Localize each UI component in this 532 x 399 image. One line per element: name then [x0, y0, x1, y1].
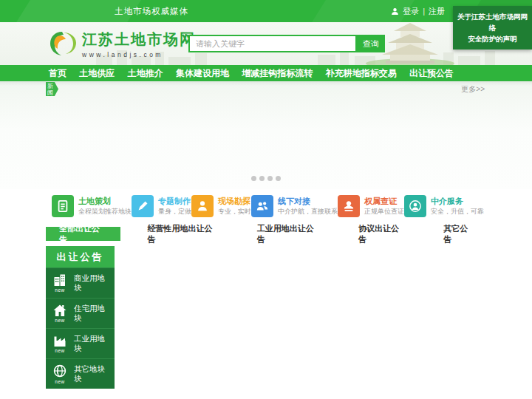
search-input[interactable] — [188, 35, 357, 52]
sidebar-item-label: 住宅用地块 — [74, 304, 108, 323]
document-icon — [52, 195, 74, 217]
building-icon — [52, 273, 67, 287]
search-bar: 查询 — [188, 35, 385, 52]
main-nav: 首页 土地供应 土地推介 集体建设用地 增减挂钩指标流转 补充耕地指标交易 出让… — [0, 65, 532, 81]
tab-other-announcements[interactable]: 其它公告 — [433, 227, 486, 241]
nav-item-home[interactable]: 首页 — [49, 67, 66, 80]
nav-item-pre-announcement[interactable]: 出让预公告 — [409, 67, 454, 80]
notice-line1: 关于江苏土地市场网网络 — [454, 11, 531, 33]
service-subtitle: 全程策划推荐地块 — [78, 208, 132, 216]
service-subtitle: 安全，升值，可靠 — [431, 208, 484, 216]
loading-dot — [276, 176, 281, 181]
tab-industrial-land[interactable]: 工业用地出让公告 — [247, 227, 332, 241]
sidebar: 出让公告 new 商业用地块 new 住宅用地块 — [46, 246, 115, 389]
agent-icon — [404, 195, 426, 217]
news-tag[interactable]: 新闻 — [46, 82, 58, 96]
site-logo[interactable]: 江苏土地市场网 www.landjs.com — [47, 29, 196, 58]
topbar: 土地市场权威媒体 登录 | 注册 — [0, 0, 532, 22]
service-subtitle: 专业，实时 — [218, 208, 251, 216]
site-url: www.landjs.com — [82, 51, 196, 58]
service-subtitle: 正规单位查证 — [364, 208, 404, 216]
site-tagline: 土地市场权威媒体 — [115, 0, 188, 22]
service-subtitle: 量身，定做 — [158, 208, 191, 216]
sidebar-item-label: 商业用地块 — [74, 273, 108, 293]
notice-line2: 安全防护的声明 — [454, 33, 531, 44]
service-agency[interactable]: 中介服务 安全，升值，可靠 — [404, 195, 484, 217]
service-title: 现场勘探 — [218, 197, 251, 206]
logo-swirl-icon — [47, 29, 77, 58]
new-badge: new — [55, 379, 64, 384]
tab-negotiated-transfer[interactable]: 协议出让公告 — [348, 227, 417, 241]
page: 土地市场权威媒体 登录 | 注册 关于江苏土地市场网网络 安全防护的声明 — [0, 0, 532, 399]
sidebar-item-residential-plots[interactable]: new 住宅用地块 — [46, 298, 115, 328]
more-link[interactable]: 更多>> — [461, 84, 485, 95]
sidebar-item-label: 工业用地块 — [74, 334, 108, 353]
login-link[interactable]: 登录 — [403, 6, 419, 17]
pen-icon — [132, 195, 154, 217]
service-title: 专题制作 — [158, 197, 191, 206]
search-button[interactable]: 查询 — [357, 35, 385, 52]
site-name: 江苏土地市场网 — [82, 30, 196, 50]
sidebar-item-industrial-plots[interactable]: new 工业用地块 — [46, 328, 115, 358]
person-icon — [191, 195, 214, 217]
loading-dot — [267, 176, 273, 181]
tab-commercial-land[interactable]: 经营性用地出让公告 — [137, 227, 230, 241]
nav-item-collective-land[interactable]: 集体建设用地 — [176, 67, 229, 80]
loading-dots — [251, 176, 281, 181]
site-header: 江苏土地市场网 www.landjs.com 查询 — [0, 22, 532, 65]
register-link[interactable]: 注册 — [429, 6, 445, 17]
service-title: 权属查证 — [364, 197, 404, 206]
service-title-verification[interactable]: 权属查证 正规单位查证 — [338, 195, 404, 217]
nav-item-land-promotion[interactable]: 土地推介 — [128, 67, 163, 80]
service-site-survey[interactable]: 现场勘探 专业，实时 — [191, 195, 251, 217]
loading-dot — [251, 176, 256, 181]
tab-all-announcements[interactable]: 全部出让公告 — [46, 227, 120, 241]
sidebar-title: 出让公告 — [46, 246, 115, 267]
globe-icon — [52, 364, 67, 378]
service-offline-matching[interactable]: 线下对接 中介护航，直接联系 — [251, 195, 338, 217]
stamp-icon — [338, 195, 360, 217]
new-badge: new — [55, 348, 64, 353]
user-icon — [391, 7, 399, 16]
services-row: 土地策划 全程策划推荐地块 专题制作 量身，定做 现场勘探 专业，实时 — [46, 189, 486, 223]
service-land-planning[interactable]: 土地策划 全程策划推荐地块 — [52, 195, 132, 217]
nav-item-land-supply[interactable]: 土地供应 — [79, 67, 115, 80]
nav-item-quota-transfer[interactable]: 增减挂钩指标流转 — [242, 67, 313, 80]
security-notice-link[interactable]: 关于江苏土地市场网网络 安全防护的声明 — [453, 6, 532, 50]
sidebar-item-label: 其它地块块 — [74, 364, 108, 383]
nav-item-farmland-quota[interactable]: 补充耕地指标交易 — [326, 67, 397, 80]
login-separator: | — [423, 7, 425, 16]
service-title: 土地策划 — [78, 197, 132, 206]
service-special-topic[interactable]: 专题制作 量身，定做 — [132, 195, 191, 217]
service-title: 线下对接 — [278, 197, 338, 206]
sidebar-item-commercial-plots[interactable]: new 商业用地块 — [46, 267, 115, 298]
sidebar-item-other-plots[interactable]: new 其它地块块 — [46, 358, 115, 389]
banner-area: 新闻 更多>> — [0, 81, 532, 189]
service-subtitle: 中介护航，直接联系 — [278, 208, 338, 216]
loading-dot — [259, 176, 265, 181]
new-badge: new — [55, 287, 64, 293]
service-title: 中介服务 — [431, 197, 484, 206]
house-icon — [52, 304, 67, 317]
people-icon — [251, 195, 273, 217]
factory-icon — [52, 334, 67, 347]
login-register[interactable]: 登录 | 注册 — [391, 0, 445, 22]
new-badge: new — [55, 318, 64, 323]
announcement-tabs: 全部出让公告 经营性用地出让公告 工业用地出让公告 协议出让公告 其它公告 — [46, 227, 486, 241]
